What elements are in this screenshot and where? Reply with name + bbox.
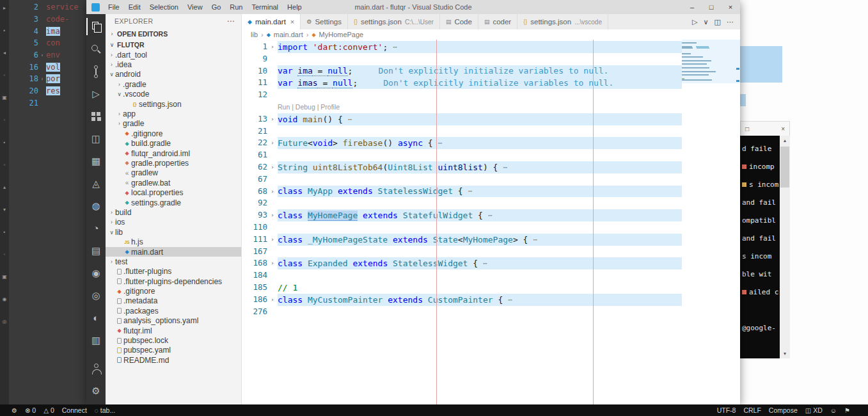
code-line-276[interactable]: 276 (242, 306, 682, 318)
code-line-184[interactable]: 184 (242, 269, 682, 282)
source-control-icon[interactable] (86, 60, 106, 83)
chevron-down-icon[interactable]: ∨ (108, 229, 115, 236)
folded-ellipsis-icon[interactable]: ⋯ (488, 211, 494, 220)
tree-item-metadata[interactable]: .metadata (106, 296, 241, 306)
sync-icon[interactable]: ◐ (86, 307, 106, 329)
status-item-errors[interactable]: ⊗0 (21, 406, 40, 414)
extensions-icon[interactable] (86, 105, 106, 127)
menu-terminal[interactable]: Terminal (248, 3, 283, 11)
tree-item-build[interactable]: ›build (106, 207, 241, 217)
run-dropdown-icon[interactable]: ∨ (704, 18, 709, 26)
breadcrumb-item-myhomepage[interactable]: MyHomePage (319, 31, 364, 38)
project-root-section[interactable]: ∨ FLUTQR (106, 39, 241, 50)
color-tools-icon[interactable]: ◍ (86, 195, 106, 217)
code-line-11[interactable]: 11var imas = null;Don't explicitly initi… (242, 77, 682, 89)
tree-item-test[interactable]: ›test (106, 257, 241, 266)
chevron-down-icon[interactable]: ∨ (116, 91, 123, 97)
folded-ellipsis-icon[interactable]: ⋯ (348, 115, 354, 124)
chevron-right-icon[interactable]: › (116, 81, 123, 88)
code-line-21[interactable]: 21 (242, 125, 682, 138)
background-code-line[interactable]: 16vol (9, 61, 86, 73)
breadcrumb-item-lib[interactable]: lib (251, 31, 258, 38)
open-editors-section[interactable]: › OPEN EDITORS (106, 28, 241, 39)
code-editor[interactable]: 1›import 'dart:convert';⋯910var ima = nu… (242, 40, 740, 404)
panel-icon-13[interactable]: ◉ (3, 296, 7, 302)
background-code-line[interactable]: 5con (9, 37, 86, 49)
fold-icon[interactable]: › (267, 257, 278, 269)
chevron-right-icon[interactable]: › (116, 111, 123, 117)
panel-icon-4[interactable]: ▣ (2, 95, 7, 100)
code-line-12[interactable]: 12 (242, 89, 682, 101)
chevron-right-icon[interactable]: › (108, 259, 115, 265)
tree-item-gradlew[interactable]: «gradlew (106, 168, 241, 178)
tree-item-pubspec-yaml[interactable]: pubspec.yaml (106, 346, 241, 355)
menu-view[interactable]: View (183, 3, 207, 11)
background-code-line[interactable]: 6›env (9, 49, 86, 61)
folded-ellipsis-icon[interactable]: ⋯ (438, 139, 444, 147)
tree-item-local-properties[interactable]: ◆local.properties (106, 188, 241, 197)
tab-code[interactable]: ▤Code (440, 14, 478, 29)
status-item-connect[interactable]: Connect (58, 406, 91, 414)
minimize-button[interactable]: – (683, 0, 702, 14)
panel-icon-10[interactable]: ▪ (4, 229, 6, 235)
minimap[interactable] (682, 42, 736, 83)
explorer-icon[interactable] (86, 15, 106, 38)
panel-icon-7[interactable]: ▫ (4, 162, 6, 168)
close-icon[interactable]: × (781, 125, 785, 132)
maximize-icon[interactable]: □ (745, 125, 749, 132)
maximize-button[interactable]: □ (702, 0, 721, 14)
folded-ellipsis-icon[interactable]: ⋯ (508, 296, 514, 304)
chevron-right-icon[interactable]: › (108, 209, 115, 216)
panel-icon-3[interactable]: ▫ (4, 72, 6, 78)
status-item-tabnine[interactable]: ◌tab... (91, 406, 119, 414)
chevron-right-icon[interactable]: › (108, 52, 115, 58)
tree-item-idea[interactable]: ›.idea (106, 60, 241, 69)
tree-item-lib[interactable]: ∨lib (106, 227, 241, 237)
fold-icon[interactable]: › (267, 41, 278, 53)
split-editor-icon[interactable]: ◫ (714, 18, 721, 26)
code-line-67[interactable]: 67 (242, 173, 682, 186)
tab-settings-json[interactable]: {}settings.jsonC:\...\User (348, 14, 440, 29)
remote-explorer-icon[interactable]: ◫ (86, 127, 106, 150)
tree-item-flutter-plugins-dependencies[interactable]: .flutter-plugins-dependencies (106, 276, 241, 286)
chevron-right-icon[interactable]: › (108, 219, 115, 225)
code-line-110[interactable]: 110 (242, 221, 682, 234)
fold-icon[interactable]: › (267, 137, 278, 149)
tree-item-main-dart[interactable]: ◆main.dart (106, 247, 241, 257)
menu-run[interactable]: Run (225, 3, 247, 11)
code-line-9[interactable]: 9 (242, 53, 682, 65)
panel-icon-6[interactable]: ▪ (4, 140, 6, 145)
background-code-line[interactable]: 3code- (9, 13, 86, 26)
code-line-92[interactable]: 92 (242, 197, 682, 209)
scrollbar-thumb[interactable] (780, 147, 789, 188)
background-code-line[interactable]: 20res (9, 85, 86, 97)
tree-item-android[interactable]: ∨android (106, 70, 241, 79)
code-line-10[interactable]: 10var ima = null;Don't explicitly initia… (242, 65, 682, 77)
menu-edit[interactable]: Edit (124, 3, 145, 11)
settings-gear-icon[interactable]: ⚙ (86, 380, 106, 402)
status-item-encoding[interactable]: UTF-8 (713, 406, 740, 414)
notebooks-icon[interactable]: ◔ (86, 217, 106, 239)
status-item-compose[interactable]: Compose (765, 406, 801, 414)
browser-preview-icon[interactable]: ◎ (86, 284, 106, 307)
code-line-111[interactable]: 111›class _MyHomePageState extends State… (242, 234, 682, 246)
tree-item-ios[interactable]: ›ios (106, 218, 241, 227)
menu-selection[interactable]: Selection (145, 3, 183, 11)
panel-icon-0[interactable]: ▸ (3, 5, 6, 11)
background-code-line[interactable]: 18›por (9, 73, 86, 85)
tree-item-analysis-options-yaml[interactable]: analysis_options.yaml (106, 316, 241, 326)
code-line-186[interactable]: 186›class MyCustomPainter extends Custom… (242, 294, 682, 306)
tree-item-flutter-plugins[interactable]: .flutter-plugins (106, 267, 241, 276)
tab-settings[interactable]: ⚙Settings (301, 14, 348, 29)
panel-icon-9[interactable]: ▾ (3, 207, 6, 212)
tree-item-h-js[interactable]: JSh.js (106, 237, 241, 246)
scroll-up-icon[interactable]: ▴ (784, 138, 786, 143)
folded-ellipsis-icon[interactable]: ⋯ (393, 43, 398, 51)
more-actions-icon[interactable]: ⋯ (727, 18, 734, 26)
tree-item-flutqr-iml[interactable]: ◆flutqr.iml (106, 326, 241, 335)
tree-item-build-gradle[interactable]: ◆build.gradle (106, 139, 241, 148)
folded-ellipsis-icon[interactable]: ⋯ (533, 236, 539, 244)
tree-item-packages[interactable]: .packages (106, 306, 241, 316)
breadcrumb-item-main-dart[interactable]: main.dart (274, 31, 303, 38)
tree-item-dart-tool[interactable]: ›.dart_tool (106, 50, 241, 60)
